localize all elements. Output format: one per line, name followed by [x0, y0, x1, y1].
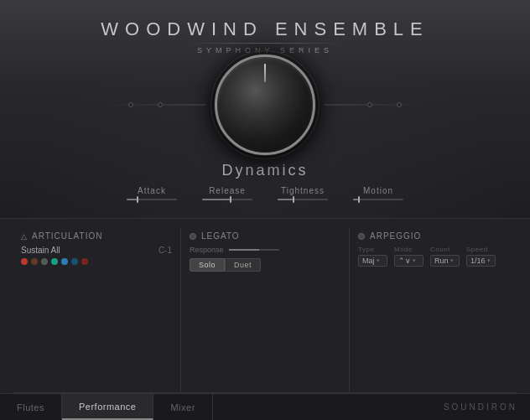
response-label: Response [190, 246, 224, 254]
right-dot-2 [367, 102, 372, 107]
arpeggio-module: Arpeggio Type Maj ▾ Mode ⌃∨ ▾ [350, 227, 517, 392]
right-decoration [315, 92, 424, 117]
tab-performance-label: Performance [79, 402, 136, 412]
articulation-dots [21, 258, 172, 265]
arpeggio-header: Arpeggio [358, 231, 509, 241]
product-title: WOODWIND ENSEMBLE [101, 18, 429, 40]
left-decoration [106, 92, 215, 117]
arp-mode-group: Mode ⌃∨ ▾ [394, 246, 423, 267]
arp-type-value: Maj [362, 257, 375, 265]
response-slider[interactable] [229, 249, 279, 251]
arp-mode-arrow: ▾ [413, 257, 416, 264]
left-dot-2 [158, 102, 163, 107]
arp-mode-label: Mode [394, 246, 423, 253]
main-container: WOODWIND ENSEMBLE SYMPHONY SERIES [0, 0, 530, 420]
arpeggio-dot-icon [358, 233, 365, 240]
response-fill [229, 249, 259, 251]
arp-params-row: Type Maj ▾ Mode ⌃∨ ▾ Cou [358, 246, 509, 267]
right-line [324, 104, 424, 105]
art-dot-2[interactable] [31, 258, 38, 265]
arp-speed-arrow: ▾ [487, 257, 491, 264]
tightness-slider[interactable] [278, 199, 328, 200]
right-dot-1 [397, 102, 402, 107]
legato-dot-icon [190, 233, 196, 240]
soundiron-logo-text: SOUNDIRON [444, 402, 517, 412]
articulation-key: C-1 [158, 246, 172, 255]
articulation-name: Sustain All [21, 246, 60, 255]
arp-type-arrow: ▾ [377, 257, 380, 264]
title-section: WOODWIND ENSEMBLE SYMPHONY SERIES [101, 18, 429, 54]
articulation-info-row: Sustain All C-1 [21, 246, 172, 255]
art-dot-6[interactable] [71, 258, 78, 265]
knob-container [89, 54, 441, 155]
tab-spacer [213, 394, 431, 420]
arp-count-select[interactable]: Run ▾ [430, 255, 460, 267]
release-label: Release [209, 186, 246, 195]
art-dot-3[interactable] [41, 258, 48, 265]
tightness-control: Tightness [278, 186, 328, 200]
legato-buttons: Solo Duet [190, 258, 340, 272]
arp-speed-group: Speed 1/16 ▾ [466, 246, 496, 267]
modules-row: △ Articulation Sustain All C-1 [13, 227, 517, 393]
tab-flutes-label: Flutes [17, 402, 44, 412]
tab-mixer-label: Mixer [170, 402, 195, 412]
arp-count-value: Run [434, 257, 449, 265]
dynamics-label: Dynamics [221, 162, 308, 179]
legato-header: Legato [190, 231, 340, 241]
controls-row: Attack Release Tightness [127, 186, 403, 200]
legato-module: Legato Response Solo Duet [181, 227, 350, 392]
main-knob[interactable] [215, 54, 315, 155]
duet-button[interactable]: Duet [225, 258, 261, 272]
release-control: Release [202, 186, 252, 200]
left-line [106, 104, 206, 105]
tab-bar: Flutes Performance Mixer SOUNDIRON [0, 393, 530, 420]
arp-count-label: Count [430, 246, 460, 253]
arp-count-group: Count Run ▾ [430, 246, 460, 267]
motion-label: Motion [363, 186, 393, 195]
arpeggio-title: Arpeggio [370, 231, 421, 241]
release-slider[interactable] [202, 199, 252, 200]
arp-mode-select[interactable]: ⌃∨ ▾ [394, 255, 423, 267]
attack-slider[interactable] [127, 199, 177, 200]
arp-speed-value: 1/16 [470, 257, 486, 265]
motion-slider[interactable] [353, 199, 403, 200]
top-area: WOODWIND ENSEMBLE SYMPHONY SERIES [0, 0, 530, 218]
motion-thumb [358, 196, 360, 203]
legato-response-row: Response [190, 246, 340, 254]
tab-performance[interactable]: Performance [62, 394, 153, 420]
art-dot-4[interactable] [51, 258, 58, 265]
articulation-title: Articulation [32, 231, 102, 241]
art-dot-7[interactable] [81, 258, 88, 265]
arp-count-arrow: ▾ [450, 257, 454, 264]
motion-control: Motion [353, 186, 403, 200]
arp-mode-value: ⌃∨ [398, 257, 411, 265]
legato-title: Legato [201, 231, 240, 241]
attack-fill [127, 199, 137, 200]
art-dot-5[interactable] [61, 258, 68, 265]
solo-button[interactable]: Solo [190, 258, 225, 272]
release-thumb [230, 196, 231, 203]
release-fill [202, 199, 230, 200]
tab-mixer[interactable]: Mixer [153, 394, 212, 420]
arp-speed-select[interactable]: 1/16 ▾ [466, 255, 496, 267]
attack-label: Attack [138, 186, 166, 195]
arp-type-group: Type Maj ▾ [358, 246, 387, 267]
soundiron-logo: SOUNDIRON [431, 394, 530, 420]
bottom-panel: △ Articulation Sustain All C-1 [0, 218, 530, 393]
title-divider [190, 43, 340, 44]
art-dot-1[interactable] [21, 258, 28, 265]
tightness-fill [278, 199, 293, 200]
main-knob-wrapper[interactable] [215, 54, 315, 155]
arp-type-select[interactable]: Maj ▾ [358, 255, 387, 267]
attack-thumb [137, 196, 138, 203]
articulation-header: △ Articulation [21, 231, 172, 241]
tab-flutes[interactable]: Flutes [0, 394, 62, 420]
arp-type-label: Type [358, 246, 387, 253]
articulation-triangle-icon: △ [21, 232, 27, 241]
arp-speed-label: Speed [466, 246, 496, 253]
tightness-thumb [293, 196, 294, 203]
tightness-label: Tightness [281, 186, 325, 195]
articulation-module: △ Articulation Sustain All C-1 [13, 227, 181, 392]
left-dot-1 [128, 102, 133, 107]
attack-control: Attack [127, 186, 177, 200]
